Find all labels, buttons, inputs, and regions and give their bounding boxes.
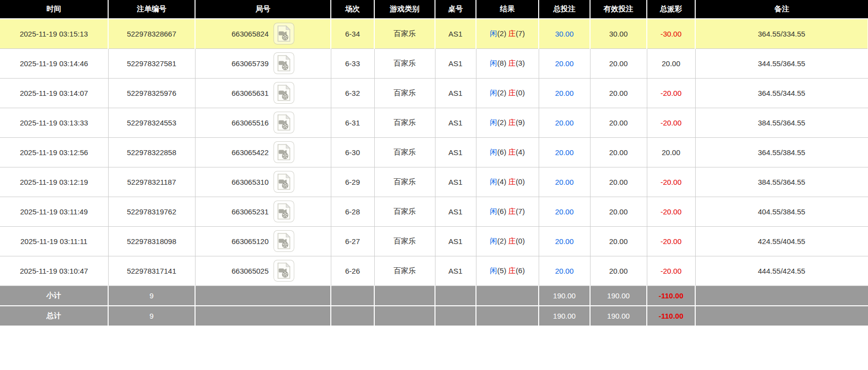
result-player-label: 闲 xyxy=(490,237,497,245)
cell-time: 2025-11-19 03:12:56 xyxy=(0,137,108,167)
table-row[interactable]: 2025-11-19 03:14:07 522978325976 6630656… xyxy=(0,78,868,108)
round-id-text: 663065422 xyxy=(232,148,269,157)
result-banker-score: (7) xyxy=(516,29,525,38)
cell-remark: 364.55/384.55 xyxy=(695,137,868,167)
video-replay-button[interactable] xyxy=(274,23,294,44)
result-player-label: 闲 xyxy=(490,177,497,186)
cell-session: 6-32 xyxy=(331,78,374,108)
cell-valid-bet: 20.00 xyxy=(590,167,647,197)
table-row[interactable]: 2025-11-19 03:12:56 522978322858 6630654… xyxy=(0,137,868,167)
cell-session: 6-26 xyxy=(331,256,374,286)
cell-session: 6-30 xyxy=(331,137,374,167)
cell-total-bet: 20.00 xyxy=(539,256,590,286)
cell-table-no: AS1 xyxy=(435,78,476,108)
cell-result: 闲(8) 庄(3) xyxy=(476,48,539,78)
col-header-bet-id: 注单编号 xyxy=(108,0,195,19)
cell-game-type: 百家乐 xyxy=(374,108,435,137)
video-replay-button[interactable] xyxy=(274,260,294,282)
table-row[interactable]: 2025-11-19 03:11:49 522978319762 6630652… xyxy=(0,197,868,226)
video-replay-button[interactable] xyxy=(274,171,294,193)
result-banker-label: 庄 xyxy=(509,88,516,97)
video-replay-button[interactable] xyxy=(274,82,294,104)
cell-valid-bet: 20.00 xyxy=(590,226,647,256)
cell-time: 2025-11-19 03:14:46 xyxy=(0,48,108,78)
result-player-label: 闲 xyxy=(490,207,497,215)
cell-valid-bet: 20.00 xyxy=(590,48,647,78)
subtotal-count: 9 xyxy=(108,286,195,306)
cell-game-type: 百家乐 xyxy=(374,167,435,197)
subtotal-empty-cell xyxy=(476,286,539,306)
cell-bet-id: 522978319762 xyxy=(108,197,195,226)
cell-valid-bet: 20.00 xyxy=(590,108,647,137)
table-row[interactable]: 2025-11-19 03:13:33 522978324553 6630655… xyxy=(0,108,868,137)
result-player-label: 闲 xyxy=(490,148,497,156)
col-header-result: 结果 xyxy=(476,0,539,19)
result-player-score: (2) xyxy=(497,118,506,126)
col-header-remark: 备注 xyxy=(695,0,868,19)
result-player-label: 闲 xyxy=(490,266,497,275)
video-replay-button[interactable] xyxy=(274,52,294,74)
round-id-text: 663065310 xyxy=(232,178,269,186)
total-count: 9 xyxy=(108,306,195,326)
col-header-time: 时间 xyxy=(0,0,108,19)
cell-valid-bet: 20.00 xyxy=(590,137,647,167)
round-id-text: 663065824 xyxy=(232,30,269,38)
table-row[interactable]: 2025-11-19 03:12:19 522978321187 6630653… xyxy=(0,167,868,197)
subtotal-empty-cell xyxy=(331,286,374,306)
table-row[interactable]: 2025-11-19 03:11:11 522978318098 6630651… xyxy=(0,226,868,256)
subtotal-empty-cell xyxy=(195,286,331,306)
cell-game-type: 百家乐 xyxy=(374,19,435,48)
cell-table-no: AS1 xyxy=(435,226,476,256)
cell-round-id: 663065516 xyxy=(195,108,331,137)
cell-payout: -20.00 xyxy=(647,226,695,256)
total-empty-cell xyxy=(374,306,435,326)
cell-session: 6-33 xyxy=(331,48,374,78)
result-banker-score: (0) xyxy=(516,177,525,186)
result-player-score: (2) xyxy=(497,88,506,97)
bet-history-table: 时间 注单编号 局号 场次 游戏类别 桌号 结果 总投注 有效投注 总派彩 备注… xyxy=(0,0,868,327)
result-banker-score: (0) xyxy=(516,88,525,97)
result-banker-score: (9) xyxy=(516,118,525,126)
cell-remark: 364.55/334.55 xyxy=(695,19,868,48)
cell-result: 闲(6) 庄(4) xyxy=(476,137,539,167)
total-label: 总计 xyxy=(0,306,108,326)
video-file-icon xyxy=(276,114,291,131)
cell-round-id: 663065739 xyxy=(195,48,331,78)
cell-remark: 384.55/364.55 xyxy=(695,108,868,137)
result-player-score: (8) xyxy=(497,59,506,67)
cell-total-bet: 20.00 xyxy=(539,197,590,226)
col-header-round-id: 局号 xyxy=(195,0,331,19)
cell-table-no: AS1 xyxy=(435,19,476,48)
total-row: 总计 9 190.00 190.00 -110.00 xyxy=(0,306,868,326)
video-replay-button[interactable] xyxy=(274,230,294,252)
video-file-icon xyxy=(276,144,291,161)
cell-total-bet: 30.00 xyxy=(539,19,590,48)
result-player-score: (6) xyxy=(497,148,506,156)
cell-time: 2025-11-19 03:11:11 xyxy=(0,226,108,256)
col-header-session: 场次 xyxy=(331,0,374,19)
cell-time: 2025-11-19 03:13:33 xyxy=(0,108,108,137)
cell-session: 6-27 xyxy=(331,226,374,256)
video-replay-button[interactable] xyxy=(274,112,294,133)
cell-result: 闲(2) 庄(7) xyxy=(476,19,539,48)
subtotal-valid-bet: 190.00 xyxy=(590,286,647,306)
cell-time: 2025-11-19 03:15:13 xyxy=(0,19,108,48)
cell-table-no: AS1 xyxy=(435,137,476,167)
cell-table-no: AS1 xyxy=(435,108,476,137)
cell-remark: 344.55/364.55 xyxy=(695,48,868,78)
cell-result: 闲(2) 庄(0) xyxy=(476,226,539,256)
col-header-game-type: 游戏类别 xyxy=(374,0,435,19)
video-file-icon xyxy=(276,262,291,279)
video-replay-button[interactable] xyxy=(274,141,294,163)
table-row[interactable]: 2025-11-19 03:10:47 522978317141 6630650… xyxy=(0,256,868,286)
cell-session: 6-29 xyxy=(331,167,374,197)
cell-result: 闲(6) 庄(7) xyxy=(476,197,539,226)
video-file-icon xyxy=(276,233,291,249)
round-id-text: 663065231 xyxy=(232,207,269,216)
table-row[interactable]: 2025-11-19 03:15:13 522978328667 6630658… xyxy=(0,19,868,48)
cell-table-no: AS1 xyxy=(435,48,476,78)
result-banker-score: (7) xyxy=(516,207,525,215)
subtotal-payout: -110.00 xyxy=(647,286,695,306)
table-row[interactable]: 2025-11-19 03:14:46 522978327581 6630657… xyxy=(0,48,868,78)
video-replay-button[interactable] xyxy=(274,201,294,222)
